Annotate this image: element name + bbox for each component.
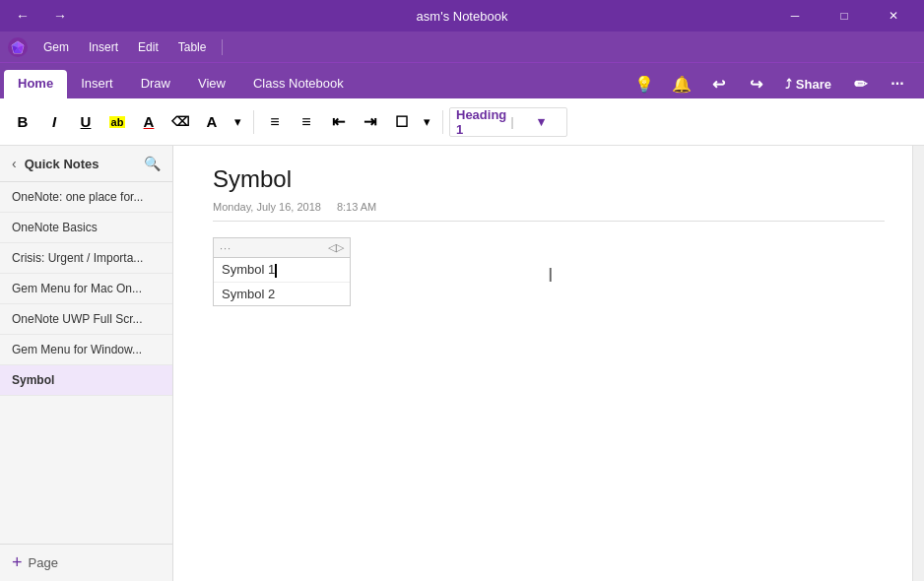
sidebar-item-0[interactable]: OneNote: one place for...	[0, 182, 172, 213]
highlight-button[interactable]: ab	[102, 107, 132, 137]
toolbar-separator-2	[442, 110, 443, 134]
maximize-button[interactable]: □	[822, 0, 867, 32]
sidebar-item-6[interactable]: Symbol	[0, 365, 172, 396]
table-row-1[interactable]: Symbol 2	[214, 283, 350, 305]
heading-separator: |	[510, 114, 533, 129]
numbered-list-button[interactable]: ≡	[292, 107, 321, 137]
indent-decrease-button[interactable]: ⇤	[323, 107, 353, 137]
minimize-button[interactable]: ─	[772, 0, 818, 32]
page-date: Monday, July 16, 2018	[213, 201, 321, 213]
table-arrows[interactable]: ◁▷	[328, 241, 344, 254]
sidebar-back-button[interactable]: ‹	[8, 154, 21, 173]
undo-button[interactable]: ↩	[704, 69, 734, 98]
title-bar: ← → asm's Notebook ─ □ ✕	[0, 0, 924, 32]
share-button[interactable]: ⤴ Share	[779, 69, 837, 98]
tab-class-notebook[interactable]: Class Notebook	[239, 70, 358, 98]
format-dropdown-button[interactable]: ▾	[229, 107, 247, 137]
table-row-0[interactable]: Symbol 1	[214, 258, 350, 283]
search-icon: 🔍	[144, 156, 161, 171]
sidebar-footer[interactable]: + Page	[0, 544, 172, 581]
page-time: 8:13 AM	[337, 201, 376, 213]
page-content: Symbol Monday, July 16, 2018 8:13 AM ···…	[173, 146, 924, 581]
content-area: Symbol Monday, July 16, 2018 8:13 AM ···…	[173, 146, 924, 581]
lightbulb-button[interactable]: 💡	[629, 69, 659, 98]
checkbox-dropdown-button[interactable]: ▾	[418, 107, 436, 137]
gem-menu-separator	[222, 39, 223, 55]
heading-label: Heading 1	[456, 107, 506, 137]
sidebar-search-button[interactable]: 🔍	[140, 154, 165, 173]
heading-dropdown[interactable]: Heading 1 | ▾	[449, 107, 567, 137]
eraser-button[interactable]: ⌫	[165, 107, 195, 137]
nav-back-button[interactable]: ←	[8, 4, 37, 28]
sidebar-item-4[interactable]: OneNote UWP Full Scr...	[0, 304, 172, 335]
sidebar-item-3[interactable]: Gem Menu for Mac On...	[0, 274, 172, 304]
pen-button[interactable]: ✏	[845, 69, 875, 98]
bold-button[interactable]: B	[8, 107, 37, 137]
main-layout: ‹ Quick Notes 🔍 OneNote: one place for..…	[0, 146, 924, 581]
page-title: Symbol	[213, 165, 885, 193]
table-cell-1: Symbol 2	[222, 287, 275, 301]
ribbon-right-actions: 💡 🔔 ↩ ↪ ⤴ Share ✏ ···	[622, 69, 920, 98]
italic-button[interactable]: I	[39, 107, 69, 137]
gem-menu-table[interactable]: Table	[174, 38, 211, 56]
format-a-button[interactable]: A	[197, 107, 227, 137]
sidebar-title: Quick Notes	[25, 157, 136, 171]
table-header: ··· ◁▷	[214, 238, 350, 258]
checkbox-button[interactable]: ☐	[386, 107, 416, 137]
nav-forward-button[interactable]: →	[45, 4, 75, 28]
font-color-button[interactable]: A	[134, 107, 164, 137]
text-cursor-blink	[275, 264, 277, 278]
toolbar-separator-1	[253, 110, 254, 134]
sidebar-item-5[interactable]: Gem Menu for Window...	[0, 335, 172, 365]
tab-home[interactable]: Home	[4, 70, 67, 98]
tab-insert[interactable]: Insert	[67, 70, 127, 98]
tab-view[interactable]: View	[184, 70, 239, 98]
i-beam-cursor: I	[548, 264, 554, 287]
share-label: Share	[796, 77, 831, 92]
gem-menu-insert[interactable]: Insert	[85, 38, 122, 56]
close-button[interactable]: ✕	[871, 0, 916, 32]
sidebar-header: ‹ Quick Notes 🔍	[0, 146, 172, 182]
window-controls: ─ □ ✕	[772, 0, 916, 32]
bullet-list-button[interactable]: ≡	[260, 107, 290, 137]
sidebar-item-2[interactable]: Crisis: Urgent / Importa...	[0, 243, 172, 274]
table-cell-0: Symbol 1	[222, 262, 275, 277]
scrollbar[interactable]	[912, 146, 924, 581]
add-page-label: Page	[29, 555, 58, 570]
highlight-label: ab	[109, 116, 126, 128]
toolbar: B I U ab A ⌫ A ▾ ≡ ≡ ⇤ ⇥ ☐ ▾ Heading 1 |…	[0, 98, 924, 146]
table-dots: ···	[220, 242, 231, 254]
ribbon-tabs: Home Insert Draw View Class Notebook 💡 🔔…	[0, 63, 924, 98]
indent-increase-button[interactable]: ⇥	[355, 107, 384, 137]
underline-button[interactable]: U	[71, 107, 100, 137]
more-button[interactable]: ···	[883, 69, 912, 98]
heading-dropdown-arrow: ▾	[538, 114, 561, 129]
add-page-icon: +	[12, 552, 23, 573]
sidebar-items: OneNote: one place for... OneNote Basics…	[0, 182, 172, 544]
sidebar-item-1[interactable]: OneNote Basics	[0, 213, 172, 243]
tab-draw[interactable]: Draw	[127, 70, 184, 98]
share-icon: ⤴	[785, 77, 792, 92]
gem-menu-edit[interactable]: Edit	[134, 38, 163, 56]
title-bar-left: ← →	[8, 4, 75, 28]
bell-button[interactable]: 🔔	[667, 69, 696, 98]
gem-menu-gem[interactable]: Gem	[39, 38, 73, 56]
page-meta: Monday, July 16, 2018 8:13 AM	[213, 201, 885, 222]
notebook-title: asm's Notebook	[417, 9, 508, 24]
gem-icon	[8, 37, 28, 57]
gem-menu-bar: Gem Insert Edit Table	[0, 32, 924, 63]
sidebar: ‹ Quick Notes 🔍 OneNote: one place for..…	[0, 146, 173, 581]
redo-button[interactable]: ↪	[742, 69, 771, 98]
table-container: ··· ◁▷ Symbol 1 Symbol 2	[213, 237, 351, 306]
